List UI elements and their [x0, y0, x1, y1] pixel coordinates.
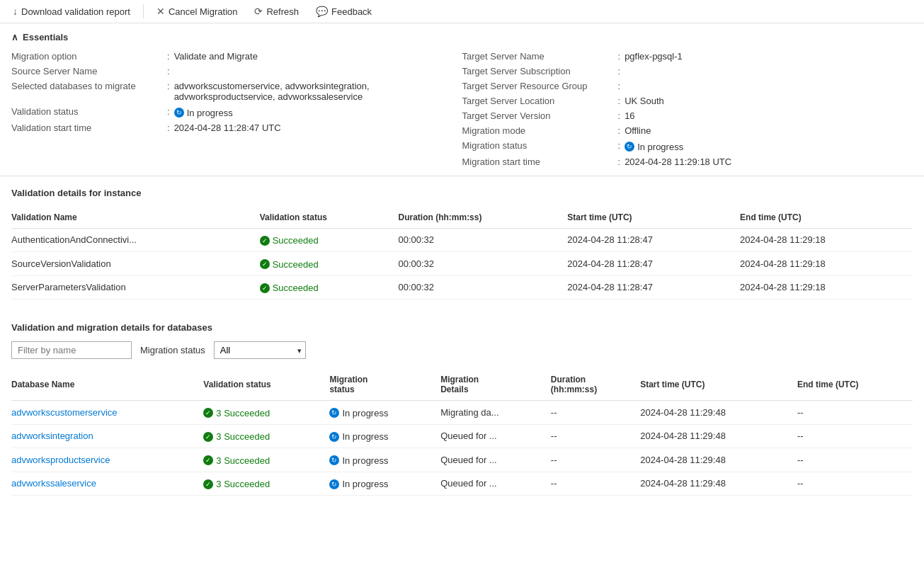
db-end-cell: -- [797, 472, 913, 496]
migration-mode-value: Offline [624, 125, 651, 136]
db-start-cell: 2024-04-28 11:29:48 [640, 424, 797, 448]
db-duration-cell: -- [551, 448, 640, 472]
db-duration-cell: -- [551, 472, 640, 496]
refresh-label: Refresh [266, 6, 299, 17]
val-status-cell: ✓ Succeeded [260, 252, 399, 276]
val-status-cell: ✓ Succeeded [260, 228, 399, 252]
val-end-cell: 2024-04-28 11:29:18 [740, 228, 913, 252]
target-rg-label: Target Server Resource Group [462, 81, 618, 91]
feedback-icon: 💬 [316, 6, 328, 17]
migration-status-value: ↻ In progress [624, 142, 683, 152]
db-name-cell: advworksproductservice [11, 448, 203, 472]
db-migration-details-cell: Queued for ... [440, 424, 551, 448]
validation-start-row: Validation start time : 2024-04-28 11:28… [11, 122, 462, 133]
val-status-text: Succeeded [273, 283, 319, 293]
db-name-link[interactable]: advworkscustomerservice [11, 407, 118, 418]
essentials-section: ∧ Essentials Migration option : Validate… [0, 23, 924, 176]
db-migration-status-cell: ↻ In progress [329, 472, 440, 496]
db-validation-cell: ✓ 3 Succeeded [203, 401, 329, 425]
val-duration-cell: 00:00:32 [398, 275, 567, 300]
col-db-validation-status: Validation status [203, 369, 329, 401]
migration-mode-row: Migration mode : Offline [462, 125, 913, 136]
db-start-cell: 2024-04-28 11:29:48 [640, 472, 797, 496]
filter-input[interactable] [11, 341, 132, 359]
essentials-title: Essentials [23, 32, 68, 42]
validation-start-label: Validation start time [11, 122, 167, 133]
target-sub-row: Target Server Subscription : [462, 66, 913, 76]
db-validation-text: 3 Succeeded [216, 408, 270, 418]
val-name-cell: SourceVersionValidation [11, 252, 260, 276]
refresh-button[interactable]: ⟳ Refresh [247, 3, 306, 20]
db-migration-details-cell: Queued for ... [440, 448, 551, 472]
table-row: SourceVersionValidation ✓ Succeeded 00:0… [11, 252, 913, 276]
val-name-cell: ServerParametersValidation [11, 275, 260, 300]
val-start-cell: 2024-04-28 11:28:47 [567, 275, 740, 300]
col-db-migration-details: MigrationDetails [440, 369, 551, 401]
col-db-duration: Duration(hh:mm:ss) [551, 369, 640, 401]
download-icon: ↓ [13, 6, 18, 17]
essentials-left: Migration option : Validate and Migrate … [11, 51, 462, 167]
essentials-toggle[interactable]: ∧ Essentials [11, 32, 913, 42]
db-start-cell: 2024-04-28 11:29:48 [640, 448, 797, 472]
filter-row: Migration status All [11, 341, 913, 359]
col-start-time: Start time (UTC) [567, 207, 740, 229]
cancel-migration-button[interactable]: ✕ Cancel Migration [149, 3, 245, 20]
table-row: ServerParametersValidation ✓ Succeeded 0… [11, 275, 913, 300]
db-spin-icon: ↻ [329, 455, 339, 465]
val-duration-cell: 00:00:32 [398, 252, 567, 276]
validation-spin-icon: ↻ [174, 108, 184, 118]
db-name-cell: advworkssaleservice [11, 472, 203, 496]
validation-status-text: In progress [187, 108, 233, 118]
migration-option-label: Migration option [11, 51, 167, 62]
table-row: advworkssaleservice ✓ 3 Succeeded ↻ In p… [11, 472, 913, 496]
col-db-end-time: End time (UTC) [797, 369, 913, 401]
val-end-cell: 2024-04-28 11:29:18 [740, 275, 913, 300]
db-duration-cell: -- [551, 401, 640, 425]
feedback-button[interactable]: 💬 Feedback [309, 3, 379, 20]
migration-status-text: In progress [637, 142, 683, 152]
migration-start-label: Migration start time [462, 156, 618, 167]
db-name-link[interactable]: advworksintegration [11, 431, 93, 441]
migration-spin-icon: ↻ [624, 142, 634, 152]
db-migration-details-cell: Queued for ... [440, 472, 551, 496]
db-name-link[interactable]: advworkssaleservice [11, 478, 96, 489]
target-version-value: 16 [624, 110, 634, 121]
db-migration-details-cell: Migrating da... [440, 401, 551, 425]
validation-instance-section: Validation details for instance Validati… [0, 176, 924, 300]
val-status-cell: ✓ Succeeded [260, 275, 399, 300]
val-end-cell: 2024-04-28 11:29:18 [740, 252, 913, 276]
refresh-icon: ⟳ [254, 6, 263, 17]
col-validation-name: Validation Name [11, 207, 260, 229]
source-server-label: Source Server Name [11, 66, 167, 76]
table-row: advworksintegration ✓ 3 Succeeded ↻ In p… [11, 424, 913, 448]
val-start-cell: 2024-04-28 11:28:47 [567, 252, 740, 276]
validation-db-table: Database Name Validation status Migratio… [11, 369, 913, 496]
migration-start-row: Migration start time : 2024-04-28 11:29:… [462, 156, 913, 167]
db-spin-icon: ↻ [329, 432, 339, 442]
check-icon: ✓ [203, 432, 213, 442]
db-migration-status-text: In progress [342, 455, 388, 466]
selected-dbs-value: advworkscustomerservice, advworksintegra… [174, 81, 462, 102]
db-migration-status-cell: ↻ In progress [329, 401, 440, 425]
migration-option-value: Validate and Migrate [174, 51, 258, 62]
essentials-grid: Migration option : Validate and Migrate … [11, 51, 913, 167]
migration-status-select[interactable]: All [214, 341, 306, 359]
migration-status-label: Migration status [462, 140, 618, 151]
db-validation-cell: ✓ 3 Succeeded [203, 472, 329, 496]
target-location-label: Target Server Location [462, 96, 618, 106]
db-spin-icon: ↻ [329, 479, 339, 489]
db-name-link[interactable]: advworksproductservice [11, 455, 110, 465]
check-icon: ✓ [260, 259, 270, 269]
db-end-cell: -- [797, 424, 913, 448]
toolbar: ↓ Download validation report ✕ Cancel Mi… [0, 0, 924, 23]
target-rg-row: Target Server Resource Group : [462, 81, 913, 91]
download-button[interactable]: ↓ Download validation report [6, 3, 137, 20]
validation-db-title: Validation and migration details for dat… [11, 322, 913, 333]
migration-option-row: Migration option : Validate and Migrate [11, 51, 462, 62]
cancel-icon: ✕ [156, 6, 165, 17]
target-server-value: pgflex-pgsql-1 [624, 51, 683, 62]
separator [143, 4, 144, 18]
check-icon: ✓ [203, 455, 213, 465]
db-name-cell: advworkscustomerservice [11, 401, 203, 425]
db-migration-status-text: In progress [342, 408, 388, 418]
